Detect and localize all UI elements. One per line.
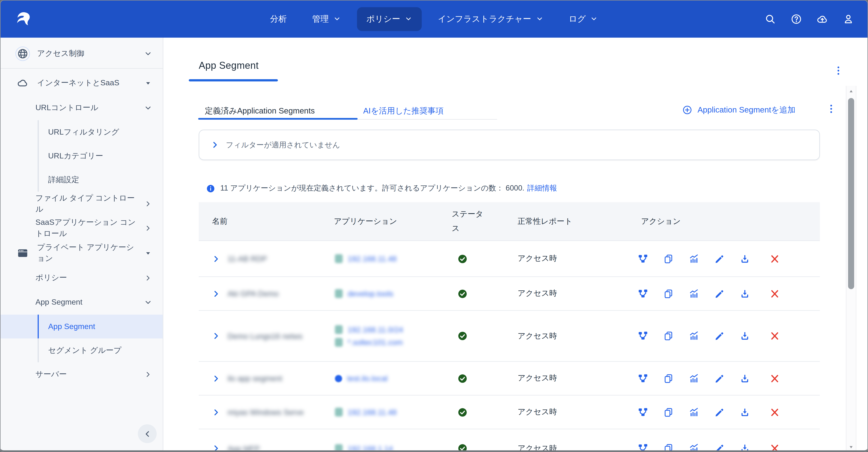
nav-item-infrastructure[interactable]: インフラストラクチャー	[429, 7, 553, 31]
scrollbar-thumb[interactable]	[848, 98, 854, 289]
copy-action-button[interactable]	[663, 443, 674, 452]
topology-action-button[interactable]	[638, 331, 648, 341]
analytics-action-button[interactable]	[689, 331, 699, 341]
delete-action-button[interactable]	[770, 443, 780, 452]
sidebar-item-server[interactable]: サーバー	[0, 362, 163, 387]
download-action-button[interactable]	[740, 443, 750, 452]
sidebar-item-url-control[interactable]: URLコントロール	[0, 96, 163, 120]
expand-row-chevron-icon[interactable]	[212, 444, 220, 452]
analytics-action-button[interactable]	[689, 407, 699, 417]
copy-action-button[interactable]	[663, 253, 674, 264]
scroll-down-arrow-icon[interactable]	[848, 445, 854, 449]
application-link[interactable]: develop.tools	[347, 289, 393, 298]
expand-row-chevron-icon[interactable]	[212, 332, 220, 340]
sidebar-item-segment-group[interactable]: セグメント グループ	[0, 338, 163, 362]
copy-action-button[interactable]	[663, 288, 674, 299]
topology-action-button[interactable]	[638, 288, 648, 299]
chevron-right-icon	[144, 274, 152, 282]
status-cell	[450, 395, 509, 429]
edit-action-button[interactable]	[714, 373, 724, 384]
page-kebab-menu-button[interactable]	[833, 65, 844, 76]
sidebar-item-label: App Segment	[48, 321, 138, 332]
topology-action-button[interactable]	[638, 407, 648, 417]
tab-ai-recommendations[interactable]: AIを活用した推奨事項	[363, 106, 443, 116]
table-kebab-menu-button[interactable]	[826, 103, 836, 114]
health-reporting-cell: アクセス時	[509, 362, 634, 395]
chevron-right-icon	[144, 370, 152, 379]
delete-action-button[interactable]	[770, 373, 780, 384]
nav-item-analytics[interactable]: 分析	[261, 7, 296, 31]
scroll-up-arrow-icon[interactable]	[848, 89, 854, 94]
sidebar-item-label: インターネットとSaaS	[37, 78, 138, 88]
application-link[interactable]: test.ilo.local	[347, 374, 388, 383]
expand-row-chevron-icon[interactable]	[212, 290, 220, 298]
application-entry: test.ilo.local	[335, 374, 388, 383]
actions-cell	[634, 277, 820, 310]
delete-action-button[interactable]	[770, 253, 780, 264]
user-icon[interactable]	[843, 13, 854, 25]
copy-action-button[interactable]	[663, 331, 674, 341]
expand-row-chevron-icon[interactable]	[212, 254, 220, 263]
name-cell: Aki GPA Demo	[199, 277, 332, 310]
sidebar-item-access-control[interactable]: アクセス制御	[0, 41, 163, 66]
actions-cell	[634, 362, 820, 395]
edit-action-button[interactable]	[714, 288, 724, 299]
sidebar-item-url-filtering[interactable]: URLフィルタリング	[0, 120, 163, 144]
app-segment-name: Aki GPA Demo	[227, 289, 279, 298]
application-link[interactable]: 192.168.1.14	[347, 444, 393, 452]
application-link[interactable]: 192.168.11.48	[347, 254, 397, 263]
sidebar-item-private-applications[interactable]: プライベート アプリケーション	[0, 240, 163, 266]
delete-action-button[interactable]	[770, 407, 780, 417]
health-report-value: アクセス時	[518, 289, 557, 299]
download-action-button[interactable]	[740, 288, 750, 299]
delete-action-button[interactable]	[770, 331, 780, 341]
expand-row-chevron-icon[interactable]	[212, 408, 220, 416]
health-report-value: アクセス時	[518, 443, 557, 452]
filter-bar[interactable]: フィルターが適用されていません	[199, 130, 820, 160]
cloud-upload-icon[interactable]	[816, 13, 828, 25]
analytics-action-button[interactable]	[689, 443, 699, 452]
info-details-link[interactable]: 詳細情報	[527, 183, 557, 193]
analytics-action-button[interactable]	[689, 253, 699, 264]
search-icon[interactable]	[765, 13, 776, 25]
sidebar-item-app-segment[interactable]: App Segment	[0, 315, 163, 338]
download-action-button[interactable]	[740, 407, 750, 417]
edit-action-button[interactable]	[714, 407, 724, 417]
download-action-button[interactable]	[740, 253, 750, 264]
delete-action-button[interactable]	[770, 288, 780, 299]
copy-action-button[interactable]	[663, 407, 674, 417]
analytics-action-button[interactable]	[689, 288, 699, 299]
help-icon[interactable]	[790, 13, 802, 25]
tab-defined-application-segments[interactable]: 定義済みApplication Segments	[205, 106, 315, 116]
download-action-button[interactable]	[740, 373, 750, 384]
edit-action-button[interactable]	[714, 253, 724, 264]
sidebar-item-file-type-control[interactable]: ファイル タイプ コントロール	[0, 192, 163, 216]
edit-action-button[interactable]	[714, 331, 724, 341]
download-action-button[interactable]	[740, 331, 750, 341]
chevron-down-icon	[536, 15, 543, 23]
sidebar-item-advanced-settings[interactable]: 詳細設定	[0, 168, 163, 192]
expand-row-chevron-icon[interactable]	[212, 374, 220, 383]
application-link[interactable]: 192.168.11.48	[347, 408, 397, 417]
add-application-segment-button[interactable]: Application Segmentを追加	[682, 104, 795, 115]
analytics-action-button[interactable]	[689, 373, 699, 384]
applications-cell: 192.168.11.0/24*.soltec101.com	[332, 311, 450, 361]
sidebar-item-policy[interactable]: ポリシー	[0, 266, 163, 290]
topology-action-button[interactable]	[638, 253, 648, 264]
copy-action-button[interactable]	[663, 373, 674, 384]
sidebar-item-internet-saas[interactable]: インターネットとSaaS	[0, 70, 163, 96]
topology-action-button[interactable]	[638, 373, 648, 384]
topology-action-button[interactable]	[638, 443, 648, 452]
sidebar-collapse-button[interactable]	[138, 424, 157, 443]
nav-item-policy[interactable]: ポリシー	[357, 7, 422, 31]
application-link[interactable]: 192.168.11.0/24	[347, 325, 403, 334]
vertical-scrollbar[interactable]	[846, 86, 857, 450]
applications-cell: develop.tools	[332, 277, 450, 310]
sidebar-item-saas-app-control[interactable]: SaaSアプリケーション コントロール	[0, 216, 163, 240]
edit-action-button[interactable]	[714, 443, 724, 452]
nav-item-administration[interactable]: 管理	[303, 7, 350, 31]
sidebar-item-url-categories[interactable]: URLカテゴリー	[0, 144, 163, 168]
application-link[interactable]: *.soltec101.com	[347, 338, 403, 347]
sidebar-item-app-segment-parent[interactable]: App Segment	[0, 290, 163, 315]
nav-item-logs[interactable]: ログ	[559, 7, 608, 31]
